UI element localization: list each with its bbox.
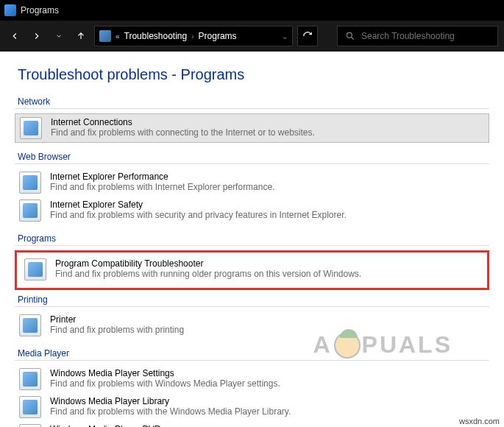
item-ie-performance[interactable]: Internet Explorer Performance Find and f… (15, 169, 489, 197)
ie-safety-icon (19, 200, 41, 222)
section-programs-label: Programs (18, 233, 489, 244)
item-name: Internet Explorer Safety (50, 200, 347, 210)
divider (15, 108, 489, 109)
page-title: Troubleshoot problems - Programs (18, 66, 489, 83)
recent-dropdown[interactable] (50, 27, 68, 45)
search-box[interactable] (337, 26, 498, 46)
chevron-down-icon[interactable]: ⌄ (282, 32, 288, 40)
search-icon (345, 31, 355, 41)
item-name: Internet Explorer Performance (50, 172, 274, 182)
site-label: wsxdn.com (459, 417, 500, 426)
divider (15, 306, 489, 307)
content-area: Troubleshoot problems - Programs Network… (0, 52, 504, 427)
watermark-right: PUALS (362, 331, 452, 359)
chevron-left-icon: « (116, 32, 120, 40)
back-button[interactable] (6, 27, 24, 45)
titlebar: Programs (0, 0, 504, 21)
watermark: A PUALS (313, 331, 452, 359)
breadcrumb-troubleshooting[interactable]: Troubleshooting (124, 31, 188, 41)
printer-icon (19, 314, 41, 336)
control-panel-icon (99, 30, 111, 42)
window-title: Programs (21, 5, 59, 15)
item-name: Printer (50, 314, 184, 325)
wmp-settings-icon (19, 368, 41, 390)
chevron-right-icon: › (191, 32, 194, 40)
item-wmp-settings[interactable]: Windows Media Player Settings Find and f… (15, 365, 489, 393)
item-name: Internet Connections (51, 117, 315, 127)
search-input[interactable] (361, 31, 490, 41)
item-wmp-dvd[interactable]: Windows Media Player DVD Find and fix pr… (15, 421, 489, 427)
divider (15, 163, 489, 164)
globe-icon (20, 117, 42, 139)
item-wmp-library[interactable]: Windows Media Player Library Find and fi… (15, 393, 489, 421)
section-network-label: Network (18, 96, 489, 107)
navbar: « Troubleshooting › Programs ⌄ (0, 21, 504, 52)
section-web-browser-label: Web Browser (18, 152, 489, 162)
breadcrumb-programs[interactable]: Programs (199, 31, 237, 41)
svg-point-0 (347, 32, 352, 38)
app-icon (4, 4, 16, 16)
wmp-library-icon (19, 396, 41, 418)
item-desc: Find and fix problems with security and … (50, 210, 347, 220)
refresh-button[interactable] (297, 26, 318, 46)
highlight-box: Program Compatibility Troubleshooter Fin… (15, 250, 489, 290)
section-printing-label: Printing (18, 294, 489, 305)
ie-icon (19, 172, 41, 194)
window-icon (24, 258, 46, 280)
watermark-left: A (313, 331, 332, 359)
item-desc: Find and fix problems with Internet Expl… (50, 182, 274, 192)
item-desc: Find and fix problems with connecting to… (51, 127, 315, 138)
item-name: Windows Media Player DVD (50, 424, 312, 427)
item-ie-safety[interactable]: Internet Explorer Safety Find and fix pr… (15, 197, 489, 225)
item-name: Windows Media Player Library (50, 396, 291, 406)
divider (15, 360, 489, 361)
item-name: Program Compatibility Troubleshooter (55, 258, 361, 269)
up-button[interactable] (72, 27, 90, 45)
item-desc: Find and fix problems with the Windows M… (50, 406, 291, 417)
item-desc: Find and fix problems with Windows Media… (50, 378, 280, 389)
divider (15, 245, 489, 246)
item-internet-connections[interactable]: Internet Connections Find and fix proble… (15, 113, 489, 143)
wmp-dvd-icon (19, 424, 41, 427)
item-desc: Find and fix problems with running older… (55, 269, 361, 279)
item-name: Windows Media Player Settings (50, 368, 280, 378)
address-bar[interactable]: « Troubleshooting › Programs ⌄ (94, 26, 293, 46)
mascot-icon (334, 332, 361, 359)
forward-button[interactable] (28, 27, 46, 45)
item-desc: Find and fix problems with printing (50, 325, 184, 335)
item-program-compatibility[interactable]: Program Compatibility Troubleshooter Fin… (20, 255, 484, 283)
